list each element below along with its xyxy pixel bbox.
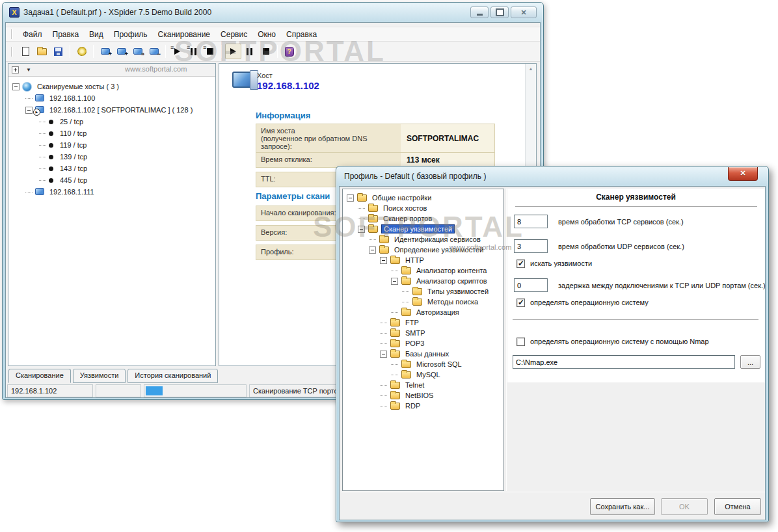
tree-connector [369,239,376,240]
collapse-icon[interactable] [358,226,365,233]
menu-service[interactable]: Сервис [215,28,252,41]
save-as-button[interactable]: Сохранить как... [590,498,655,515]
start-all-button[interactable] [169,44,185,59]
detect-os-nmap-label: определять операционную систему с помощь… [530,338,709,345]
tree-item-scanned-hosts[interactable]: Сканируемые хосты ( 3 ) [8,81,215,92]
collapse-icon[interactable] [12,83,20,90]
find-vulnerabilities-label: искать уязвимости [530,259,592,267]
collapse-icon[interactable] [380,257,387,264]
collapse-icon[interactable] [391,278,398,285]
tree-item-host[interactable]: 192.168.1.100 [8,92,215,104]
nmap-path-input[interactable] [513,355,735,369]
tab-scan-history[interactable]: История сканирований [127,369,218,383]
profile-tree-item[interactable]: SMTP [343,328,503,338]
tab-scanning[interactable]: Сканирование [8,369,71,383]
profile-tree-item[interactable]: RDP [343,401,503,411]
open-button[interactable] [34,44,50,59]
new-document-button[interactable] [18,44,34,59]
tree-item-port[interactable]: 143 / tcp [8,163,215,174]
folder-icon [368,226,378,233]
progress-fill [146,386,163,395]
stop-all-button[interactable] [202,44,218,59]
menu-window[interactable]: Окно [252,28,281,41]
menu-view[interactable]: Вид [84,28,109,41]
profile-tree-item[interactable]: Идентификация сервисов [343,234,503,245]
tree-item-port[interactable]: 119 / tcp [8,139,215,151]
tree-item-host[interactable]: 192.168.1.111 [8,186,215,198]
expand-all-button[interactable] [12,66,19,73]
delay-input[interactable] [514,278,548,292]
maximize-button[interactable] [490,7,509,18]
detect-os-nmap-checkbox[interactable] [516,338,525,346]
menu-help[interactable]: Справка [281,28,322,41]
dialog-close-button[interactable] [728,167,758,181]
profile-tree-item[interactable]: Анализатор скриптов [343,276,503,286]
toolbar-separator [70,45,70,58]
start-scan-button[interactable] [225,44,241,59]
pause-all-button[interactable] [185,44,202,59]
close-button[interactable] [511,7,537,18]
profile-tree-item[interactable]: Анализатор контента [343,265,503,276]
add-host-range-button[interactable]: + [113,44,129,59]
profile-tree-item[interactable]: Методы поиска [343,297,503,307]
collapse-icon[interactable] [380,351,387,358]
tree-connector [380,395,387,396]
folder-icon [379,246,389,254]
minimize-button[interactable] [470,7,489,18]
detect-os-checkbox[interactable] [516,299,525,307]
pause-scan-button[interactable] [241,44,258,59]
rescan-hosts-button[interactable]: » [129,44,146,59]
settings-button[interactable] [74,44,90,59]
folder-icon [379,236,389,243]
menu-edit[interactable]: Правка [47,28,85,41]
tree-item-port[interactable]: 139 / tcp [8,151,215,163]
tcp-time-input[interactable] [514,215,548,228]
profile-tree-item[interactable]: POP3 [343,338,503,349]
collapse-icon[interactable] [25,107,33,114]
toolbar: + + » − [6,42,540,62]
remove-host-icon: − [150,48,158,55]
ok-button[interactable]: OK [661,498,708,515]
profile-tree-item[interactable]: Сканер портов [343,213,503,224]
tree-item-port[interactable]: 110 / tcp [8,127,215,139]
menu-file[interactable]: Файл [18,28,47,41]
profile-tree-item[interactable]: Общие настройки [343,193,503,203]
profile-tree-item[interactable]: HTTP [343,255,503,265]
profile-tree-item-selected[interactable]: Сканер уязвимостей [343,224,503,234]
profile-tree-item[interactable]: NetBIOS [343,390,503,401]
collapse-icon[interactable] [347,194,354,202]
profile-tree-item[interactable]: Авторизация [343,307,503,317]
profile-tree-item[interactable]: MySQL [343,369,503,380]
tree-item-host[interactable]: 192.168.1.102 [ SOFTPORTALIMAC ] ( 128 ) [8,104,215,116]
profile-tree-item[interactable]: FTP [343,317,503,328]
remove-host-button[interactable]: − [146,44,162,59]
menu-scanning[interactable]: Сканирование [153,28,215,41]
udp-time-input[interactable] [514,239,548,253]
profile-tree-item[interactable]: Telnet [343,380,503,390]
tab-vulnerabilities[interactable]: Уязвимости [73,369,126,383]
browse-button[interactable]: ... [740,355,760,369]
profile-tree-item[interactable]: Определение уязвимостей [343,245,503,255]
dialog-titlebar[interactable]: Профиль - Default ( базовый профиль ) [336,166,768,186]
tcp-time-label: время обработки TCP сервисов (сек.) [558,218,684,226]
help-button[interactable] [281,44,297,59]
profile-tree-item[interactable]: Поиск хостов [343,203,503,213]
menu-profile[interactable]: Профиль [109,28,153,41]
profile-tree-item[interactable]: Типы уязвимостей [343,286,503,297]
tree-menu-dropdown[interactable] [26,67,31,73]
save-button[interactable] [50,44,66,59]
main-titlebar[interactable]: Задача1 ( Default.prf ) - XSpider 7.5 De… [3,3,543,22]
section-divider [513,319,758,320]
cancel-button[interactable]: Отмена [714,498,761,515]
profile-tree-item[interactable]: Microsoft SQL [343,359,503,369]
tree-item-port[interactable]: 445 / tcp [8,174,215,186]
tree-connector [380,385,387,386]
find-vulnerabilities-checkbox[interactable] [516,259,525,268]
add-host-button[interactable]: + [97,44,113,59]
collapse-icon[interactable] [369,246,376,254]
tree-item-port[interactable]: 25 / tcp [8,116,215,127]
tree-connector [25,98,33,99]
profile-tree-item[interactable]: Базы данных [343,349,503,359]
tree-connector [25,192,33,193]
stop-scan-button[interactable] [258,44,274,59]
